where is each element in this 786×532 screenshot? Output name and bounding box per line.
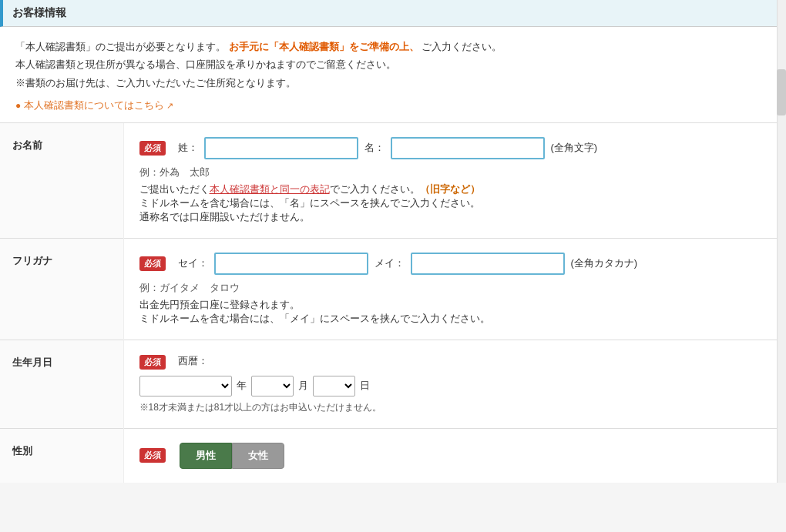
gender-required-badge: 必須 [139,448,166,463]
birthdate-label: 生年月日 [0,340,123,428]
furigana-mei-input[interactable] [411,253,565,275]
mei-label: 名： [364,141,385,155]
female-button[interactable]: 女性 [232,443,284,469]
name-desc3: 通称名では口座開設いただけません。 [139,210,771,224]
birth-month-select[interactable] [251,376,294,396]
gender-row: 性別 必須 男性 女性 [0,428,786,483]
id-doc-link[interactable]: 本人確認書類と同一の表記 [210,183,330,195]
notice-line2: 本人確認書類と現住所が異なる場合、口座開設を承りかねますのでご留意ください。 [15,55,771,73]
name-required-badge: 必須 [139,141,166,156]
birthdate-row: 生年月日 必須 西暦： 年 月 [0,340,786,428]
notice-link-row: ● 本人確認書類についてはこちら ↗ [15,96,771,115]
furigana-content: 必須 セイ： メイ： (全角カタカナ) 例：ガイタメ タロウ 出金先円預金口座に… [123,238,786,340]
name-input-row: 必須 姓： 名： (全角文字) [139,137,771,159]
furigana-full-width-note: (全角カタカナ) [571,256,638,270]
furigana-label: フリガナ [0,238,123,340]
name-row: お名前 必須 姓： 名： (全角文字) 例：外為 太郎 ご提出いただく本人確認書… [0,123,786,239]
scrollbar-track[interactable] [777,0,786,483]
section-header: お客様情報 [0,0,786,27]
furigana-example: 例：ガイタメ タロウ [139,281,771,295]
notice-line1: 「本人確認書類」のご提出が必要となります。 お手元に「本人確認書類」をご準備の上… [15,38,771,55]
furigana-sei-input[interactable] [214,253,368,275]
gender-content: 必須 男性 女性 [123,428,786,483]
gender-buttons: 男性 女性 [180,443,284,469]
furigana-desc1: 出金先円預金口座に登録されます。 [139,298,771,312]
month-unit: 月 [298,379,308,393]
birthdate-note: ※18才未満または81才以上の方はお申込いただけません。 [139,401,771,414]
name-desc2: ミドルネームを含む場合には、「名」にスペースを挟んでご入力ください。 [139,196,771,210]
name-full-width-note: (全角文字) [551,141,598,155]
birthdate-required-badge: 必須 [139,355,166,370]
year-unit: 年 [237,379,247,393]
name-label: お名前 [0,123,123,239]
id-document-link[interactable]: 本人確認書類についてはこちら ↗ [24,99,174,111]
name-example: 例：外為 太郎 [139,166,771,179]
furigana-desc2: ミドルネームを含む場合には、「メイ」にスペースを挟んでご入力ください。 [139,312,771,326]
furigana-mei-label: メイ： [375,256,405,270]
gender-label: 性別 [0,428,123,483]
customer-form: お名前 必須 姓： 名： (全角文字) 例：外為 太郎 ご提出いただく本人確認書… [0,123,786,483]
birthdate-inputs: 年 月 日 [139,376,771,396]
notice-box: 「本人確認書類」のご提出が必要となります。 お手元に「本人確認書類」をご準備の上… [0,27,786,123]
birth-day-select[interactable] [313,376,355,396]
furigana-required-badge: 必須 [139,256,166,271]
birth-year-select[interactable] [139,376,232,396]
male-button[interactable]: 男性 [180,443,232,469]
notice-line3: ※書類のお届け先は、ご入力いただいたご住所宛となります。 [15,74,771,92]
furigana-sei-label: セイ： [178,256,208,270]
name-content: 必須 姓： 名： (全角文字) 例：外為 太郎 ご提出いただく本人確認書類と同一… [123,123,786,239]
mei-input[interactable] [391,137,545,159]
sei-input[interactable] [204,137,358,159]
day-unit: 日 [360,379,370,393]
sei-label: 姓： [178,141,198,155]
furigana-row: フリガナ 必須 セイ： メイ： (全角カタカナ) 例：ガイタメ タロウ 出金先円… [0,238,786,340]
scrollbar-thumb[interactable] [777,69,786,115]
wareki-label: 西暦： [178,354,208,368]
name-desc1: ご提出いただく本人確認書類と同一の表記でご入力ください。（旧字など） [139,182,771,196]
birthdate-content: 必須 西暦： 年 月 [123,340,786,428]
furigana-input-row: 必須 セイ： メイ： (全角カタカナ) [139,253,771,275]
